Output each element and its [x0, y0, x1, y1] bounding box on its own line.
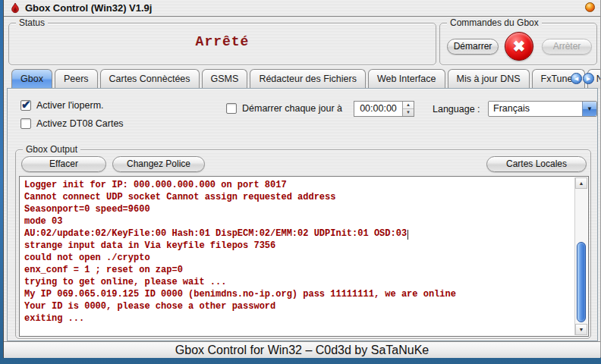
dt08-label: Activez DT08 Cartes	[36, 118, 124, 129]
change-font-button[interactable]: Changez Police	[112, 156, 205, 172]
stopped-x-icon: ✖	[505, 32, 533, 61]
status-bar-text: Gbox Control for Win32 – C0d3d by SaTaNu…	[175, 344, 429, 356]
gbox-output-group: Gbox Output Effacer Changez Police Carte…	[15, 149, 591, 339]
window-title: Gbox Control (Win32) V1.9j	[25, 2, 152, 14]
tab[interactable]: Cartes Connèctées	[100, 69, 200, 89]
scroll-up-button[interactable]: ▲	[575, 177, 587, 189]
stop-button[interactable]: Arrèter	[542, 39, 592, 55]
clear-button[interactable]: Effacer	[21, 156, 106, 172]
log-scrollbar[interactable]: ▲ ▼	[574, 177, 587, 335]
tab[interactable]: Gbox	[11, 69, 52, 89]
ioperm-label: Activer l'ioperm.	[36, 100, 104, 111]
language-value: Français	[489, 102, 582, 116]
checkbox-box[interactable]: ✔	[20, 100, 31, 111]
commands-group-label: Commandes du Gbox	[447, 17, 542, 29]
tab[interactable]: GSMS	[202, 69, 248, 89]
log-line: mode 03	[24, 215, 570, 228]
daily-start-label: Démarrer chaque jour à	[242, 103, 342, 114]
scrollbar-track[interactable]	[575, 189, 587, 324]
daily-start-checkbox[interactable]: Démarrer chaque jour à	[226, 103, 342, 114]
text-cursor	[407, 230, 408, 240]
log-line: exiting ...	[24, 312, 570, 325]
close-button[interactable]	[585, 2, 595, 12]
spin-up-icon[interactable]: ▲	[403, 102, 414, 109]
language-label: Language :	[433, 104, 480, 115]
tab-bar: GboxPeersCartes ConnèctéesGSMSRédacteur …	[11, 69, 600, 89]
checkbox-box[interactable]	[20, 118, 31, 129]
start-button[interactable]: Démarrer	[447, 39, 499, 55]
log-line: could not open ./crypto	[24, 252, 570, 264]
language-select[interactable]: Français ▼	[488, 101, 597, 117]
tab[interactable]: Rédacteur des Fichiers	[250, 69, 366, 89]
output-group-label: Gbox Output	[23, 144, 80, 155]
commands-group: Commandes du Gbox Démarrer ✖ Arrèter	[439, 23, 597, 65]
flame-icon	[10, 2, 20, 14]
gbox-tab-panel: ✔ Activer l'ioperm. Activez DT08 Cartes …	[7, 88, 598, 341]
desktop: { "window": { "title": "Gbox Control (Wi…	[0, 0, 601, 364]
tab-scroll-left-button[interactable]: ◀	[571, 73, 582, 84]
log-lines: Logger init for IP: 000.000.000.000 on p…	[20, 177, 588, 327]
log-line: Your ID is 0000, please chose a other pa…	[24, 300, 570, 312]
status-bar: Gbox Control for Win32 – C0d3d by SaTaNu…	[4, 341, 600, 358]
log-line: My IP 069.065.019.125 ID 0000 (benimdns.…	[24, 288, 570, 300]
tab-scroll-right-button[interactable]: ▶	[583, 73, 594, 84]
status-group-label: Status	[16, 17, 48, 29]
x-glyph: ✖	[513, 37, 526, 55]
tab[interactable]: Mis à jour DNS	[448, 69, 530, 89]
log-line: Logger init for IP: 000.000.000.000 on p…	[24, 179, 570, 191]
log-line: AU:02/update:02/KeyFile:00 Hash:01 DispE…	[24, 228, 570, 240]
log-output-textarea[interactable]: Logger init for IP: 000.000.000.000 on p…	[19, 176, 589, 337]
log-line: enx_conf = 1 ; reset on zap=0	[24, 264, 570, 276]
log-line: Seasonport=0 speed=9600	[24, 203, 570, 215]
log-line: Cannot connect UDP socket Cannot assign …	[24, 191, 570, 203]
tab[interactable]: Web Interface	[368, 69, 445, 89]
title-bar[interactable]: Gbox Control (Win32) V1.9j	[4, 0, 600, 17]
spin-down-icon[interactable]: ▼	[403, 109, 414, 116]
checkbox-box[interactable]	[226, 103, 237, 114]
scroll-down-button[interactable]: ▼	[575, 324, 587, 335]
status-value: Arrêté	[9, 34, 436, 49]
time-spin-buttons[interactable]: ▲ ▼	[402, 102, 414, 116]
time-value[interactable]: 00:00:00	[354, 102, 402, 116]
dropdown-arrow-icon[interactable]: ▼	[582, 102, 596, 116]
app-window: Gbox Control (Win32) V1.9j Status Arrêté…	[3, 0, 601, 358]
scrollbar-thumb[interactable]	[577, 242, 586, 322]
local-cards-button[interactable]: Cartes Locales	[486, 156, 587, 172]
check-icon: ✔	[21, 98, 31, 111]
dt08-checkbox[interactable]: Activez DT08 Cartes	[20, 118, 124, 129]
status-group: Status Arrêté	[8, 23, 436, 65]
ioperm-checkbox[interactable]: ✔ Activer l'ioperm.	[20, 100, 104, 111]
log-line: trying to get online, please wait ...	[24, 276, 570, 288]
tab[interactable]: Peers	[55, 69, 98, 89]
log-line: strange input data in Via keyfile filepo…	[24, 240, 570, 252]
daily-time-spinner[interactable]: 00:00:00 ▲ ▼	[354, 101, 414, 117]
